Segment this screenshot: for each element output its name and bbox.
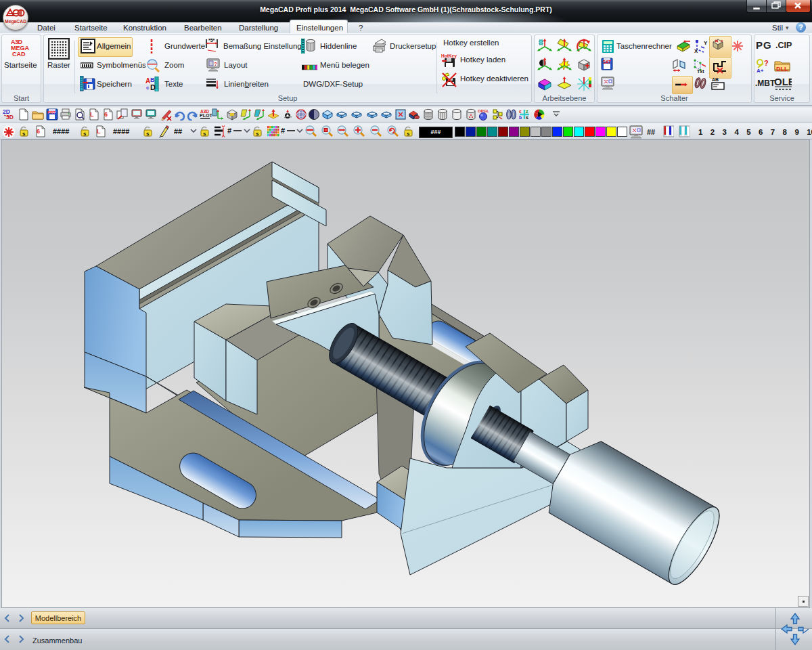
svg-text:A+: A+ (757, 68, 764, 73)
svg-text:s: s (203, 131, 206, 137)
svg-text:SAT: SAT (603, 60, 612, 64)
svg-text:PLOT: PLOT (200, 113, 212, 118)
svg-text:AB: AB (712, 77, 719, 82)
svg-text:####: #### (113, 127, 129, 135)
svg-text:####: #### (53, 127, 69, 135)
svg-text:CAD: CAD (12, 51, 26, 57)
svg-text:PRT: PRT (47, 110, 55, 114)
svg-text:HotKey: HotKey (441, 53, 457, 59)
svg-text:MegaCAD: MegaCAD (5, 19, 26, 24)
svg-text:DLL: DLL (776, 66, 788, 72)
svg-text:s: s (256, 131, 259, 137)
svg-text:*5*: *5* (208, 38, 215, 43)
svg-text:s: s (526, 115, 528, 120)
svg-text:?: ? (214, 61, 217, 67)
svg-text:Txt: Txt (697, 69, 704, 74)
svg-text:Y: Y (704, 40, 708, 46)
svg-text:s: s (146, 131, 150, 137)
svg-text:?: ? (764, 59, 769, 67)
svg-text:#: # (227, 127, 231, 135)
svg-text:D: D (150, 83, 156, 91)
svg-text:X: X (694, 48, 698, 53)
svg-text:L: L (90, 111, 94, 118)
svg-text:##: ## (174, 127, 182, 135)
svg-text:L: L (97, 128, 101, 135)
svg-text:6: 6 (37, 128, 40, 135)
svg-text:s: s (407, 131, 410, 137)
svg-text:z: z (526, 109, 528, 114)
svg-text:c: c (519, 109, 522, 114)
svg-text:B: B (150, 77, 155, 83)
svg-text:b: b (519, 115, 522, 120)
svg-text:3D: 3D (6, 114, 14, 121)
svg-text:s: s (22, 131, 26, 137)
svg-text:6: 6 (104, 111, 108, 118)
svg-text:OLE: OLE (774, 76, 792, 87)
svg-text:s: s (83, 131, 87, 137)
svg-text:c: c (146, 85, 150, 91)
svg-text:#: # (281, 127, 285, 135)
